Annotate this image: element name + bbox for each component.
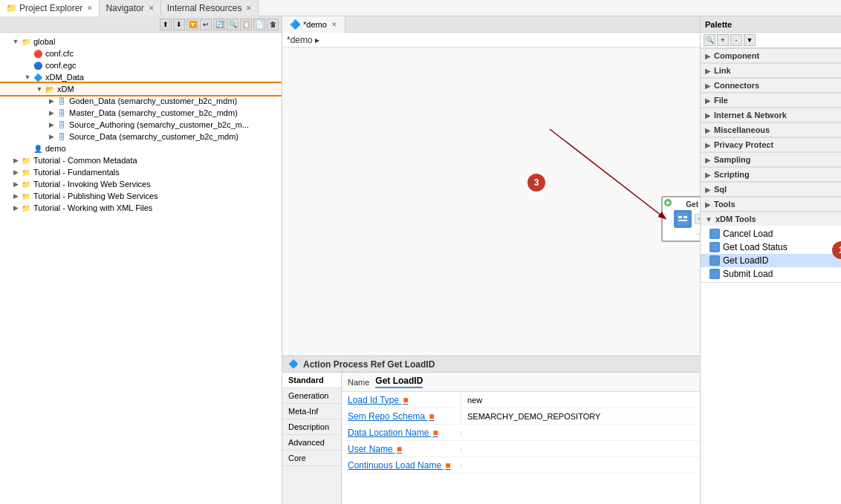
palette-category-file: ▶ File (701, 93, 841, 108)
close-icon[interactable]: ✕ (87, 4, 93, 12)
project-icon-xdm-data: 🔷 (33, 72, 43, 82)
palette-cat-header-xdm-tools[interactable]: ▼ xDM Tools (701, 212, 841, 226)
field-indicator-4: ■ (397, 444, 402, 454)
palette-cat-header-sampling[interactable]: ▶ Sampling (701, 152, 841, 166)
tab-project-explorer[interactable]: 📁 Project Explorer ✕ (0, 0, 100, 16)
palette-category-tools: ▶ Tools (701, 197, 841, 212)
field-label-continuous-load[interactable]: Continuous Load Name ■ (342, 458, 461, 473)
palette-cat-header-misc[interactable]: ▶ Miscellaneous (701, 122, 841, 137)
field-label-data-location[interactable]: Data Location Name ■ (342, 425, 461, 440)
db-icon-goden: 🗄 (56, 96, 67, 106)
palette-item-get-loadid[interactable]: Get LoadID (701, 254, 841, 267)
tab-internal-resources[interactable]: Internal Resources ✕ (161, 0, 259, 16)
field-value-load-id-type[interactable]: new (461, 393, 700, 407)
field-label-load-id-type[interactable]: Load Id Type ■ (342, 393, 461, 408)
palette-cat-header-component[interactable]: ▶ Component (701, 48, 841, 62)
toolbar-icons: ⬆ ⬇ 🔽 ↩ 🔄 🔍 📋 📄 🗑 (160, 19, 279, 30)
palette-btn-menu[interactable]: ▼ (744, 34, 756, 46)
field-value-user-name[interactable] (461, 447, 700, 451)
tab-meta-inf[interactable]: Meta-Inf (282, 404, 341, 419)
breadcrumb: *demo ▸ (287, 35, 319, 45)
tree-item-xdm-data[interactable]: ▼ 🔷 xDM_Data (0, 71, 282, 83)
palette-cat-header-sql[interactable]: ▶ Sql (701, 182, 841, 196)
palette-cat-header-scripting[interactable]: ▶ Scripting (701, 167, 841, 181)
breadcrumb-bar: *demo ▸ (282, 33, 700, 48)
palette-item-cancel-load[interactable]: Cancel Load (701, 227, 841, 240)
field-indicator-5: ■ (445, 460, 450, 471)
tree-item-source-data[interactable]: ▶ 🗄 Source_Data (semarchy_customer_b2c_m… (0, 131, 282, 143)
file-icon-cfc: 🔴 (33, 48, 43, 59)
diagram-canvas[interactable]: ▶ ! Get LoadID <SOURCE> (282, 48, 700, 356)
palette-btn-zoom-in[interactable]: + (717, 34, 729, 46)
field-value-data-location[interactable] (461, 431, 700, 435)
svg-rect-9 (711, 270, 718, 278)
palette-category-component: ▶ Component (701, 48, 841, 63)
form-row-data-location: Data Location Name ■ (342, 425, 700, 441)
svg-rect-8 (711, 257, 718, 264)
palette-cat-arrow-sql: ▶ (705, 186, 711, 194)
diagram-node-get-loadid[interactable]: ▶ ! Get LoadID <SOURCE> (661, 196, 700, 242)
tab-generation[interactable]: Generation (282, 388, 341, 404)
toolbar-btn-3[interactable]: 🔽 (186, 19, 198, 30)
tab-navigator[interactable]: Navigator ✕ (100, 0, 160, 16)
palette-category-sql: ▶ Sql (701, 182, 841, 197)
palette-cat-header-link[interactable]: ▶ Link (701, 63, 841, 77)
field-value-sem-repo-schema[interactable]: SEMARCHY_DEMO_REPOSITORY (461, 410, 700, 423)
palette-cat-header-privacy[interactable]: ▶ Privacy Protect (701, 137, 841, 151)
palette-cat-arrow-misc: ▶ (705, 126, 711, 134)
field-label-sem-repo-schema[interactable]: Sem Repo Schema ■ (342, 409, 461, 424)
toolbar-btn-9[interactable]: 🗑 (267, 19, 279, 30)
cancel-load-icon (710, 229, 720, 239)
toolbar-btn-5[interactable]: 🔄 (213, 19, 225, 30)
folder-icon-tutorial-xml: 📁 (21, 203, 31, 213)
folder-icon-xdm: 📂 (45, 84, 55, 94)
close-icon-nav[interactable]: ✕ (149, 4, 155, 12)
tree-item-source-authoring[interactable]: ▶ 🗄 Source_Authoring (semarchy_customer_… (0, 119, 282, 131)
project-explorer-icon: 📁 (6, 3, 17, 13)
editor-close-icon[interactable]: ✕ (331, 21, 337, 28)
toolbar-btn-7[interactable]: 📋 (240, 19, 252, 30)
tree-item-master-data[interactable]: ▶ 🗄 Master_Data (semarchy_customer_b2c_m… (0, 107, 282, 119)
close-icon-ir[interactable]: ✕ (246, 4, 252, 12)
toolbar-btn-8[interactable]: 📄 (253, 19, 265, 30)
submit-load-icon (710, 269, 720, 279)
field-label-user-name[interactable]: User Name ■ (342, 442, 461, 456)
palette-cat-header-tools[interactable]: ▶ Tools (701, 197, 841, 211)
palette-cat-header-inet[interactable]: ▶ Internet & Network (701, 108, 841, 122)
toolbar-btn-6[interactable]: 🔍 (227, 19, 238, 30)
palette-item-get-load-status[interactable]: Get Load Status (701, 240, 841, 254)
palette-btn-search[interactable]: 🔍 (704, 34, 715, 46)
palette-btn-zoom-out[interactable]: - (730, 34, 742, 46)
tree-item-conf-cfc[interactable]: 🔴 conf.cfc (0, 48, 282, 59)
tree-item-tutorial-invoking[interactable]: ▶ 📁 Tutorial - Invoking Web Services (0, 178, 282, 190)
palette-category-internet-network: ▶ Internet & Network (701, 108, 841, 122)
tab-core[interactable]: Core (282, 451, 341, 466)
palette-items: ▶ Component ▶ Link ▶ Connectors ▶ (701, 48, 841, 504)
svg-rect-1 (678, 216, 682, 218)
tree-item-demo[interactable]: 👤 demo (0, 143, 282, 154)
editor-tab-demo[interactable]: 🔷 *demo ✕ (282, 16, 345, 33)
toolbar-btn-4[interactable]: ↩ (200, 19, 212, 30)
tab-advanced[interactable]: Advanced (282, 435, 341, 451)
palette-cat-header-connectors[interactable]: ▶ Connectors (701, 78, 841, 92)
toolbar-btn-2[interactable]: ⬇ (173, 19, 185, 30)
tree-item-xdm[interactable]: ▼ 📂 xDM (0, 83, 282, 95)
tree-item-tutorial-publishing[interactable]: ▶ 📁 Tutorial - Publishing Web Services (0, 190, 282, 202)
bottom-left-tabs: Standard Generation Meta-Inf Description… (282, 373, 342, 504)
palette-category-miscellaneous: ▶ Miscellaneous (701, 122, 841, 137)
tree-item-tutorial-fundamentals[interactable]: ▶ 📁 Tutorial - Fundamentals (0, 166, 282, 178)
tree-item-tutorial-xml[interactable]: ▶ 📁 Tutorial - Working with XML Files (0, 202, 282, 214)
toolbar-btn-1[interactable]: ⬆ (160, 19, 172, 30)
tree-item-goden-data[interactable]: ▶ 🗄 Goden_Data (semarchy_customer_b2c_md… (0, 95, 282, 107)
tab-standard[interactable]: Standard (282, 373, 341, 388)
tree-item-tutorial-common[interactable]: ▶ 📁 Tutorial - Common Metadata (0, 154, 282, 166)
palette-item-submit-load[interactable]: Submit Load (701, 267, 841, 281)
tree-item-global[interactable]: ▼ 📁 global (0, 36, 282, 48)
tree-item-conf-egc[interactable]: 🔵 conf.egc (0, 59, 282, 71)
palette-category-scripting: ▶ Scripting (701, 167, 841, 182)
palette-cat-header-file[interactable]: ▶ File (701, 93, 841, 107)
file-icon-egc: 🔵 (33, 60, 43, 71)
field-value-continuous-load[interactable] (461, 463, 700, 468)
bottom-panel-body: Standard Generation Meta-Inf Description… (282, 373, 700, 504)
tab-description[interactable]: Description (282, 419, 341, 435)
